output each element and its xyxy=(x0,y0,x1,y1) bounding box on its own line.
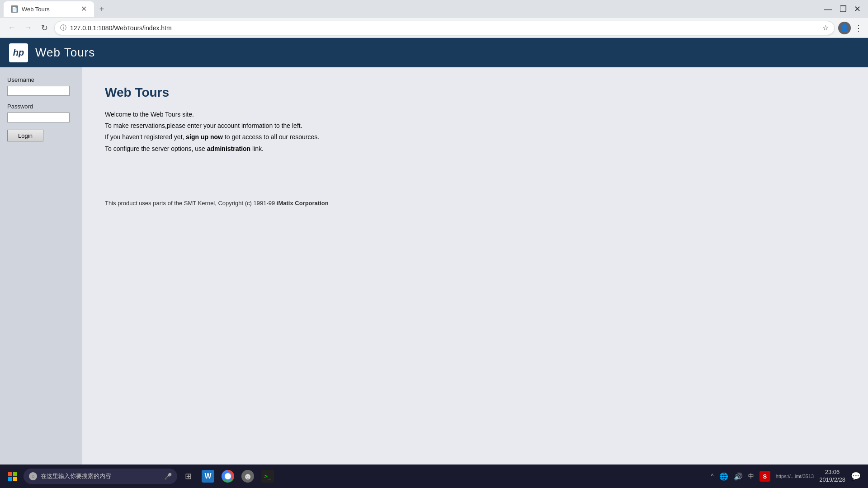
chrome-icon xyxy=(222,470,234,483)
content-para4-before: To configure the server options, use xyxy=(105,145,207,152)
footer-note: This product uses parts of the SMT Kerne… xyxy=(105,200,845,206)
wps-icon: W xyxy=(202,470,214,483)
tab-bar: 📄 Web Tours ✕ + xyxy=(4,1,822,17)
wps-button[interactable]: W xyxy=(199,466,217,486)
window-controls: — ❐ ✕ xyxy=(824,5,864,13)
sogou-icon[interactable]: S xyxy=(760,471,770,482)
taskbar-right: ^ 🌐 🔊 中 S https://...imt/3513 23:06 2019… xyxy=(711,469,864,484)
tab-favicon: 📄 xyxy=(11,5,18,13)
content-body: Welcome to the Web Tours site. To make r… xyxy=(105,109,845,155)
new-tab-button[interactable]: + xyxy=(94,1,109,17)
address-bar-row: ← → ↻ ⓘ 127.0.0.1:1080/WebTours/index.ht… xyxy=(0,18,868,38)
taskbar-date: 2019/2/28 xyxy=(819,476,845,484)
main-layout: Username Password Login Web Tours Welcom… xyxy=(0,67,868,488)
address-bar[interactable]: ⓘ 127.0.0.1:1080/WebTours/index.htm ☆ xyxy=(54,21,835,35)
chrome-button[interactable] xyxy=(219,466,237,486)
page-content: hp Web Tours Username Password Login Web… xyxy=(0,38,868,488)
sidebar: Username Password Login xyxy=(0,67,82,488)
content-area: Web Tours Welcome to the Web Tours site.… xyxy=(82,67,868,488)
svg-rect-1 xyxy=(13,472,17,476)
footer-text: This product uses parts of the SMT Kerne… xyxy=(105,200,277,206)
content-para1: Welcome to the Web Tours site. xyxy=(105,109,845,120)
tab-title: Web Tours xyxy=(22,6,50,13)
content-para2: To make reservations,please enter your a… xyxy=(105,120,845,131)
back-button[interactable]: ← xyxy=(5,22,18,34)
content-heading: Web Tours xyxy=(105,85,845,100)
volume-icon: 🔊 xyxy=(734,472,743,481)
search-icon: ○ xyxy=(29,472,37,480)
forward-button[interactable]: → xyxy=(22,22,34,34)
avatar-app-button[interactable]: ☻ xyxy=(239,466,257,486)
svg-rect-3 xyxy=(13,477,17,481)
bookmark-icon[interactable]: ☆ xyxy=(822,23,829,32)
reload-button[interactable]: ↻ xyxy=(38,22,51,34)
title-bar: 📄 Web Tours ✕ + — ❐ ✕ xyxy=(0,0,868,18)
taskbar-time: 23:06 xyxy=(819,469,845,476)
footer-bold: iMatix Corporation xyxy=(277,200,329,206)
password-label: Password xyxy=(7,103,75,110)
tab-close-button[interactable]: ✕ xyxy=(81,5,87,13)
window-close-button[interactable]: ✕ xyxy=(854,5,861,13)
content-para4: To configure the server options, use adm… xyxy=(105,143,845,155)
taskbar-search[interactable]: ○ 在这里输入你要搜索的内容 🎤 xyxy=(24,469,177,484)
hp-logo: hp xyxy=(9,43,28,62)
terminal-button[interactable]: >_ xyxy=(259,466,277,486)
system-tray-expand[interactable]: ^ xyxy=(711,473,714,480)
site-header-title: Web Tours xyxy=(35,46,95,60)
password-input[interactable] xyxy=(7,113,70,122)
active-tab[interactable]: 📄 Web Tours ✕ xyxy=(4,1,94,17)
browser-user-icon[interactable]: 👤 xyxy=(838,22,851,34)
username-input[interactable] xyxy=(7,86,70,96)
content-para4-after: link. xyxy=(250,145,264,152)
content-para3-before: If you haven't registered yet, xyxy=(105,133,186,141)
site-header: hp Web Tours xyxy=(0,38,868,67)
signup-link[interactable]: sign up now xyxy=(186,133,223,141)
task-view-icon: ⊞ xyxy=(185,471,192,481)
network-icon: 🌐 xyxy=(719,472,728,481)
start-button[interactable] xyxy=(4,466,22,486)
language-indicator: 中 xyxy=(748,472,754,480)
content-para3-after: to get access to all our resources. xyxy=(223,133,319,141)
microphone-icon: 🎤 xyxy=(164,473,172,480)
url-preview: https://...imt/3513 xyxy=(776,474,814,479)
taskbar: ○ 在这里输入你要搜索的内容 🎤 ⊞ W ☻ >_ ^ 🌐 🔊 xyxy=(0,465,868,488)
administration-link[interactable]: administration xyxy=(207,145,250,152)
terminal-icon: >_ xyxy=(261,470,274,483)
avatar-app-icon: ☻ xyxy=(241,470,254,483)
taskbar-clock: 23:06 2019/2/28 xyxy=(819,469,845,484)
browser-menu-button[interactable]: ⋮ xyxy=(854,24,863,32)
login-button[interactable]: Login xyxy=(7,130,43,141)
lock-icon: ⓘ xyxy=(60,24,66,32)
taskbar-search-text: 在这里输入你要搜索的内容 xyxy=(41,472,111,480)
svg-rect-2 xyxy=(8,477,12,481)
minimize-button[interactable]: — xyxy=(824,5,832,13)
task-view-button[interactable]: ⊞ xyxy=(179,466,197,486)
maximize-button[interactable]: ❐ xyxy=(840,5,847,13)
address-text: 127.0.0.1:1080/WebTours/index.htm xyxy=(70,24,819,32)
notification-icon[interactable]: 💬 xyxy=(851,471,861,481)
username-label: Username xyxy=(7,76,75,83)
svg-rect-0 xyxy=(8,472,12,476)
content-para3: If you haven't registered yet, sign up n… xyxy=(105,131,845,143)
